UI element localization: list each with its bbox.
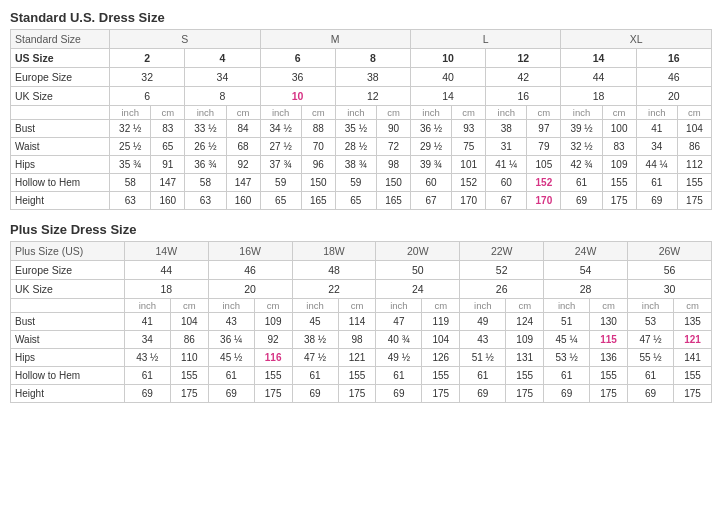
plus-title: Plus Size Dress Size	[10, 222, 712, 237]
standard-waist-row: Waist 25 ½65 26 ½68 27 ½70 28 ½72 29 ½75…	[11, 138, 712, 156]
plus-hollow-row: Hollow to Hem 61155 61155 61155 61155 61…	[11, 367, 712, 385]
plus-bust-row: Bust 41104 43109 45114 47119 49124 51130…	[11, 313, 712, 331]
plus-uk-row: UK Size 18 20 22 24 26 28 30	[11, 280, 712, 299]
plus-waist-row: Waist 3486 36 ¼92 38 ½98 40 ¾104 43109 4…	[11, 331, 712, 349]
standard-title: Standard U.S. Dress Size	[10, 10, 712, 25]
plus-size-group-row: Plus Size (US) 14W 16W 18W 20W 22W 24W 2…	[11, 242, 712, 261]
uk-size-row: UK Size 6 8 10 12 14 16 18 20	[11, 87, 712, 106]
standard-col-labels: inchcm inchcm inchcm inchcm inchcm inchc…	[11, 106, 712, 120]
plus-col-labels: inchcm inchcm inchcm inchcm inchcm inchc…	[11, 299, 712, 313]
us-size-row: US Size 2 4 6 8 10 12 14 16	[11, 49, 712, 68]
standard-size-group-row: Standard Size S M L XL	[11, 30, 712, 49]
standard-section: Standard U.S. Dress Size Standard Size S…	[10, 10, 712, 210]
standard-bust-row: Bust 32 ½83 33 ½84 34 ½88 35 ½90 36 ½93 …	[11, 120, 712, 138]
standard-hollow-row: Hollow to Hem 58147 58147 59150 59150 60…	[11, 174, 712, 192]
standard-height-row: Height 63160 63160 65165 65165 67170 671…	[11, 192, 712, 210]
plus-section: Plus Size Dress Size Plus Size (US) 14W …	[10, 222, 712, 403]
plus-hips-row: Hips 43 ½110 45 ½116 47 ½121 49 ½126 51 …	[11, 349, 712, 367]
standard-table: Standard Size S M L XL US Size 2 4 6 8 1…	[10, 29, 712, 210]
plus-height-row: Height 69175 69175 69175 69175 69175 691…	[11, 385, 712, 403]
standard-hips-row: Hips 35 ¾91 36 ¾92 37 ¾96 38 ¾98 39 ¾101…	[11, 156, 712, 174]
plus-table: Plus Size (US) 14W 16W 18W 20W 22W 24W 2…	[10, 241, 712, 403]
plus-europe-row: Europe Size 44 46 48 50 52 54 56	[11, 261, 712, 280]
europe-size-row: Europe Size 32 34 36 38 40 42 44 46	[11, 68, 712, 87]
